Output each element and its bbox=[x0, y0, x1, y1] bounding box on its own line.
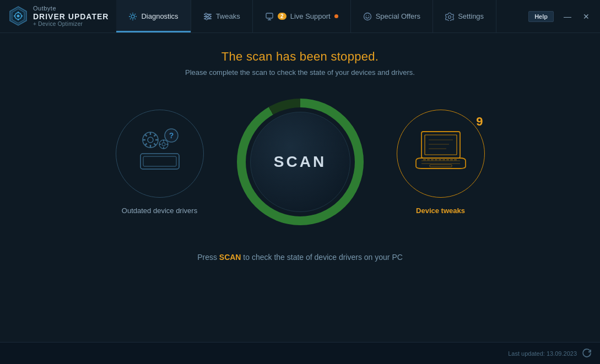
svg-line-28 bbox=[145, 134, 147, 137]
outdated-drivers-section: ? Outdated device drivers bbox=[116, 110, 204, 215]
outdated-drivers-circle: ? bbox=[116, 110, 204, 198]
app-name-sub: + Device Optimizer bbox=[33, 21, 109, 28]
tab-live-support-label: Live Support bbox=[290, 12, 331, 20]
status-title: The scan has been stopped. bbox=[221, 50, 379, 64]
live-support-badge: 2 bbox=[278, 13, 287, 20]
press-scan-prefix: Press bbox=[197, 253, 219, 262]
tab-diagnostics[interactable]: Diagnostics bbox=[116, 0, 191, 32]
scan-button[interactable]: SCAN bbox=[246, 107, 355, 216]
svg-text:?: ? bbox=[169, 131, 174, 140]
status-subtitle: Please complete the scan to check the st… bbox=[185, 68, 415, 77]
svg-rect-51 bbox=[446, 159, 449, 160]
svg-rect-49 bbox=[439, 159, 441, 160]
refresh-icon[interactable] bbox=[581, 348, 592, 359]
tab-special-offers-label: Special Offers bbox=[376, 12, 420, 20]
app-logo: Outbyte DRIVER UPDATER + Device Optimize… bbox=[0, 5, 116, 28]
gear-icon bbox=[128, 12, 137, 21]
press-scan-suffix: to check the state of device drivers on … bbox=[241, 253, 402, 262]
press-scan-text: Press SCAN to check the state of device … bbox=[197, 253, 403, 262]
tab-tweaks-label: Tweaks bbox=[216, 12, 240, 20]
close-button[interactable]: ✕ bbox=[577, 7, 596, 26]
minimize-button[interactable]: — bbox=[558, 7, 577, 26]
svg-rect-20 bbox=[140, 154, 179, 169]
svg-line-29 bbox=[154, 143, 156, 145]
svg-rect-52 bbox=[450, 159, 453, 160]
svg-point-12 bbox=[205, 13, 207, 15]
tab-tweaks[interactable]: Tweaks bbox=[191, 0, 253, 32]
svg-point-18 bbox=[368, 15, 369, 16]
svg-point-33 bbox=[162, 143, 165, 146]
minimize-icon: — bbox=[564, 12, 571, 21]
nav-tabs: Diagnostics Tweaks 2 Live Support bbox=[116, 0, 524, 32]
live-dot bbox=[334, 14, 338, 18]
scan-circle-wrap: SCAN bbox=[237, 99, 364, 225]
svg-rect-44 bbox=[430, 165, 452, 167]
device-tweaks-label: Device tweaks bbox=[416, 207, 465, 215]
app-name-main: DRIVER UPDATER bbox=[33, 12, 109, 21]
app-name-top: Outbyte bbox=[33, 5, 109, 12]
svg-rect-21 bbox=[143, 156, 176, 166]
svg-rect-45 bbox=[423, 159, 426, 160]
svg-point-8 bbox=[131, 15, 134, 18]
svg-point-17 bbox=[366, 15, 367, 16]
device-tweaks-circle: 9 bbox=[397, 110, 485, 198]
svg-point-23 bbox=[148, 137, 153, 143]
svg-rect-46 bbox=[427, 159, 430, 160]
app-name: Outbyte DRIVER UPDATER + Device Optimize… bbox=[33, 5, 109, 28]
svg-rect-40 bbox=[421, 132, 460, 158]
svg-line-30 bbox=[145, 143, 147, 145]
main-content: The scan has been stopped. Please comple… bbox=[0, 33, 600, 342]
tweaks-icon bbox=[203, 12, 212, 21]
svg-rect-53 bbox=[454, 159, 457, 160]
offers-icon bbox=[363, 12, 372, 21]
live-icon bbox=[265, 12, 274, 21]
outdated-drivers-icon: ? bbox=[129, 123, 190, 184]
tab-diagnostics-label: Diagnostics bbox=[141, 12, 178, 20]
svg-point-13 bbox=[208, 15, 210, 18]
press-scan-word: SCAN bbox=[219, 253, 241, 262]
svg-point-19 bbox=[448, 15, 451, 18]
device-tweaks-section: 9 Device tweaks bbox=[397, 110, 485, 215]
help-button[interactable]: Help bbox=[528, 11, 554, 22]
scan-label: SCAN bbox=[274, 153, 326, 171]
svg-line-31 bbox=[154, 134, 156, 137]
titlebar: Outbyte DRIVER UPDATER + Device Optimize… bbox=[0, 0, 600, 33]
app-logo-icon bbox=[8, 6, 29, 26]
svg-rect-41 bbox=[425, 135, 457, 155]
bottom-bar: Last updated: 13.09.2023 bbox=[0, 342, 600, 364]
svg-point-16 bbox=[364, 13, 371, 20]
close-icon: ✕ bbox=[583, 12, 590, 21]
tab-settings-label: Settings bbox=[458, 12, 484, 20]
tab-settings[interactable]: Settings bbox=[433, 0, 496, 32]
last-updated-text: Last updated: 13.09.2023 bbox=[508, 350, 577, 357]
svg-point-3 bbox=[17, 15, 20, 18]
scan-outer-ring: SCAN bbox=[237, 99, 364, 225]
svg-point-14 bbox=[206, 18, 208, 20]
tab-live-support[interactable]: 2 Live Support bbox=[253, 0, 351, 32]
settings-icon bbox=[445, 12, 454, 21]
window-controls: Help — ✕ bbox=[524, 7, 600, 26]
tab-special-offers[interactable]: Special Offers bbox=[351, 0, 433, 32]
outdated-drivers-label: Outdated device drivers bbox=[122, 207, 197, 215]
tweaks-badge-number: 9 bbox=[476, 115, 483, 129]
device-tweaks-icon bbox=[413, 129, 468, 178]
svg-rect-15 bbox=[266, 13, 273, 18]
svg-rect-48 bbox=[435, 159, 437, 160]
svg-rect-50 bbox=[442, 159, 445, 160]
svg-rect-47 bbox=[431, 159, 434, 160]
circles-area: ? Outdated device drivers SCAN bbox=[11, 99, 589, 225]
